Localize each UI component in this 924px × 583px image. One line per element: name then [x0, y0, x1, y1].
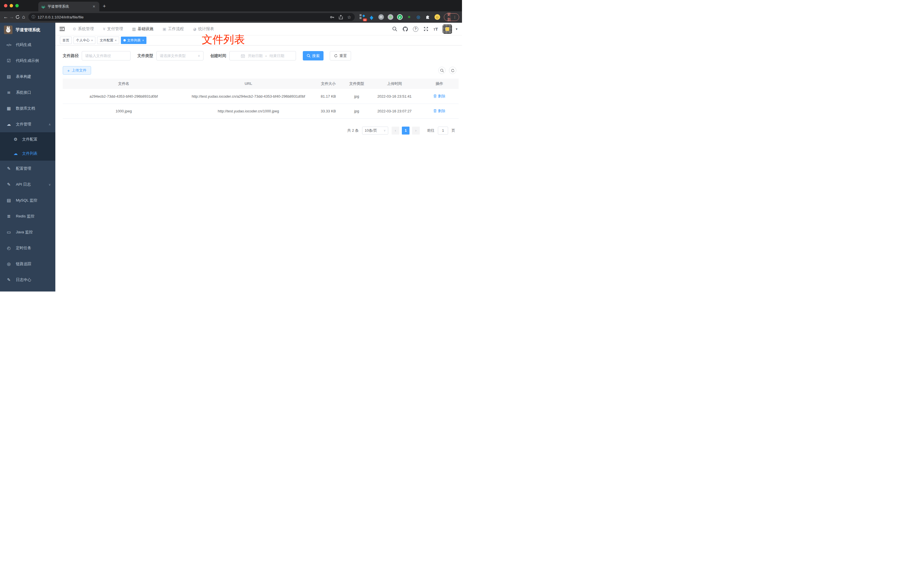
search-button[interactable]: 搜索: [303, 51, 323, 61]
url-text[interactable]: 127.0.0.1:1024/infra/file/file: [38, 15, 330, 19]
password-key-icon[interactable]: [330, 15, 335, 20]
font-size-icon[interactable]: TT: [434, 27, 438, 31]
header-menu-infrastructure[interactable]: ▥ 基础设施: [129, 23, 157, 35]
share-icon[interactable]: [338, 15, 343, 20]
search-icon[interactable]: [392, 26, 398, 32]
yuque-extension-icon[interactable]: y: [397, 14, 403, 20]
pie-chart-icon: ◕: [193, 27, 196, 31]
site-info-icon[interactable]: ⓘ: [32, 15, 35, 20]
minimize-window-button[interactable]: [10, 4, 13, 7]
sidebar-item-database-doc[interactable]: ▦ 数据库文档: [0, 101, 55, 116]
browser-tab[interactable]: 芋道管理系统 ✕: [38, 2, 99, 12]
tab-title: 芋道管理系统: [48, 4, 91, 9]
rabbit-logo-icon: [4, 26, 13, 34]
close-tag-icon[interactable]: ×: [91, 39, 93, 42]
document-edit-icon: ✎: [6, 277, 12, 282]
green-star-extension-icon[interactable]: ✶: [406, 14, 412, 20]
date-start-placeholder[interactable]: 开始日期: [248, 53, 262, 58]
upload-file-button[interactable]: + 上传文件: [63, 66, 91, 74]
tag-home[interactable]: 首页 ×: [60, 36, 72, 44]
sidebar-item-form-builder[interactable]: ▤ 表单构建: [0, 69, 55, 84]
sidebar-item-code-gen-example[interactable]: ☑ 代码生成示例: [0, 53, 55, 69]
help-icon[interactable]: ?: [413, 26, 418, 32]
chevron-down-icon: ∨: [384, 129, 386, 132]
browser-menu-icon[interactable]: ⋮: [453, 15, 457, 19]
header-menu-statistics-report[interactable]: ◕ 统计报表: [190, 23, 218, 35]
reload-icon[interactable]: [15, 13, 21, 21]
document-edit-icon: ✎: [6, 182, 12, 187]
forward-icon[interactable]: →: [9, 13, 15, 21]
refresh-table-icon[interactable]: [449, 67, 456, 74]
gear-icon: ⚙: [73, 27, 76, 31]
browser-toolbar: ← → ⌂ ⓘ 127.0.0.1:1024/infra/file/file ☆: [0, 12, 462, 23]
sidebar-menu: </> 代码生成 ☑ 代码生成示例 ▤ 表单构建 ≡ 系统接口 ▦ 数据库文档 …: [0, 37, 55, 288]
tampermonkey-icon[interactable]: ◆ 11: [359, 14, 366, 20]
sidebar-item-java-monitor[interactable]: ▭ Java 监控: [0, 224, 55, 240]
sidebar-subitem-file-config[interactable]: ⚙ 文件配置: [0, 132, 55, 147]
sidebar-item-log-center[interactable]: ✎ 日志中心: [0, 272, 55, 288]
sidebar-item-config-management[interactable]: ✎ 配置管理: [0, 161, 55, 177]
extensions-cluster: ◆ 11 ◆ ⌘ y ✶ ◎ ☺: [359, 14, 441, 20]
github-icon[interactable]: [403, 26, 408, 32]
collapse-sidebar-icon[interactable]: [59, 27, 65, 31]
close-tag-icon[interactable]: ×: [142, 39, 144, 42]
delete-link[interactable]: 删除: [433, 108, 445, 114]
sidebar-item-code-generation[interactable]: </> 代码生成: [0, 37, 55, 53]
bookmark-star-icon[interactable]: ☆: [347, 15, 351, 20]
kite-extension-icon[interactable]: ◆: [369, 13, 375, 21]
show-search-toggle-icon[interactable]: [438, 67, 446, 74]
file-path-label: 文件路径: [63, 53, 79, 58]
header-menu-workflow[interactable]: ▣ 工作流程: [159, 23, 187, 35]
header-menu-system-management[interactable]: ⚙ 系统管理: [69, 23, 97, 35]
date-end-placeholder[interactable]: 结束日期: [270, 53, 284, 58]
close-window-button[interactable]: [4, 4, 7, 7]
create-time-label: 创建时间: [210, 53, 226, 58]
command-extension-icon[interactable]: ⌘: [378, 14, 384, 20]
file-url-cell: http://test.yudao.iocoder.cn/1000.jpeg: [185, 104, 312, 118]
puzzle-extensions-icon[interactable]: [425, 14, 431, 20]
next-page-button[interactable]: ›: [412, 127, 420, 135]
sidebar-item-system-api[interactable]: ≡ 系统接口: [0, 84, 55, 101]
sidebar-item-mysql-monitor[interactable]: ▤ MySQL 监控: [0, 192, 55, 208]
file-type-select[interactable]: 请选择文件类型 ∨: [156, 51, 203, 61]
page-number-button[interactable]: 1: [402, 127, 409, 135]
tag-file-list[interactable]: 文件列表 ×: [121, 36, 147, 44]
eye-icon: ◎: [6, 261, 12, 266]
header-menu: ⚙ 系统管理 ¥ 支付管理 ▥ 基础设施 ▣ 工作流程 ◕ 统计报表: [69, 23, 218, 35]
prev-page-button[interactable]: ‹: [392, 127, 399, 135]
avatar[interactable]: [443, 25, 452, 34]
file-path-input[interactable]: 请输入文件路径: [82, 51, 130, 61]
avatar-caret-down-icon[interactable]: ▼: [455, 28, 458, 31]
sidebar-item-api-log[interactable]: ✎ API 日志 ∨: [0, 177, 55, 192]
page-size-select[interactable]: 10条/页 ∨: [362, 127, 388, 135]
goto-page-input[interactable]: 1: [438, 127, 448, 135]
column-header: 文件类型: [345, 79, 369, 89]
url-bar[interactable]: ⓘ 127.0.0.1:1024/infra/file/file ☆: [28, 13, 355, 21]
column-header: 文件大小: [312, 79, 345, 89]
tag-profile[interactable]: 个人中心 ×: [74, 36, 95, 44]
code-icon: </>: [6, 43, 12, 47]
profile-avatar-icon[interactable]: ☺: [434, 14, 441, 20]
table-row: a294ecb2-73dd-4353-bf40-296b8931d0bf htt…: [63, 89, 459, 104]
sidebar-subitem-file-list[interactable]: ☁ 文件列表: [0, 147, 55, 161]
plus-icon: +: [67, 68, 70, 73]
date-range-picker[interactable]: 开始日期 - 结束日期: [229, 51, 296, 61]
close-tag-icon[interactable]: ×: [115, 39, 116, 42]
home-icon[interactable]: ⌂: [21, 13, 27, 21]
delete-link[interactable]: 删除: [433, 93, 445, 99]
update-browser-button[interactable]: 更新 ⋮: [444, 13, 459, 21]
new-tab-button[interactable]: +: [103, 2, 106, 10]
sidebar-item-scheduled-tasks[interactable]: ◴ 定时任务: [0, 240, 55, 256]
fullscreen-icon[interactable]: [423, 26, 429, 32]
tab-close-icon[interactable]: ✕: [91, 5, 96, 8]
dot-extension-icon[interactable]: [387, 14, 394, 20]
sidebar-item-redis-monitor[interactable]: ≣ Redis 监控: [0, 208, 55, 224]
reset-button[interactable]: 重置: [330, 51, 351, 61]
tag-file-config[interactable]: 文件配置 ×: [97, 36, 119, 44]
eye-extension-icon[interactable]: ◎: [416, 14, 422, 20]
back-icon[interactable]: ←: [3, 13, 9, 21]
header-menu-payment-management[interactable]: ¥ 支付管理: [100, 23, 127, 35]
sidebar-item-trace-tracking[interactable]: ◎ 链路追踪: [0, 256, 55, 272]
zoom-window-button[interactable]: [15, 4, 19, 7]
sidebar-item-file-management[interactable]: ☁ 文件管理 ∧: [0, 116, 55, 132]
